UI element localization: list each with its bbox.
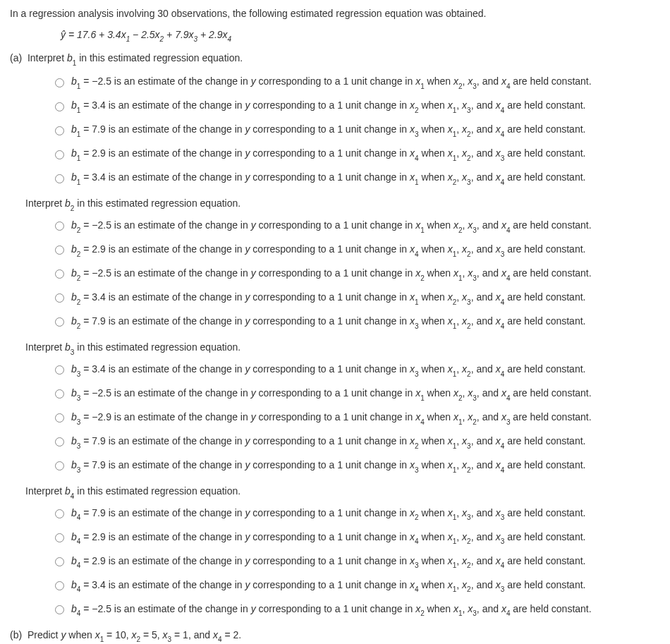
q1-option-1[interactable]: b1 = −2.5 is an estimate of the change i… [55,73,660,92]
radio-icon[interactable] [55,437,64,446]
option-text: b3 = 7.9 is an estimate of the change in… [71,435,585,450]
q3-option-1[interactable]: b3 = 3.4 is an estimate of the change in… [55,360,660,380]
option-text: b3 = −2.5 is an estimate of the change i… [71,387,592,402]
option-text: b1 = 2.9 is an estimate of the change in… [71,147,585,162]
part-a: (a) Interpret b1 in this estimated regre… [10,51,660,619]
radio-icon[interactable] [55,533,64,542]
part-b-label: (b) Predict y when x1 = 10, x2 = 5, x3 =… [10,628,660,644]
q3-option-3[interactable]: b3 = −2.9 is an estimate of the change i… [55,408,660,428]
option-text: b4 = 2.9 is an estimate of the change in… [71,530,585,546]
option-text: b2 = −2.5 is an estimate of the change i… [71,267,592,282]
q2-prompt: Interpret b2 in this estimated regressio… [25,197,660,212]
radio-icon[interactable] [55,581,64,590]
radio-icon[interactable] [55,126,64,135]
radio-icon[interactable] [55,557,64,566]
option-text: b1 = 3.4 is an estimate of the change in… [71,171,585,186]
radio-icon[interactable] [55,78,64,87]
radio-icon[interactable] [55,221,64,231]
option-text: b3 = −2.9 is an estimate of the change i… [71,411,592,426]
regression-equation: ŷ = 17.6 + 3.4x1 − 2.5x2 + 7.9x3 + 2.9x4 [61,28,660,44]
q2-option-4[interactable]: b2 = 3.4 is an estimate of the change in… [55,288,660,308]
option-text: b2 = −2.5 is an estimate of the change i… [71,219,592,234]
option-text: b4 = 3.4 is an estimate of the change in… [71,578,585,594]
radio-icon[interactable] [55,413,64,423]
radio-icon[interactable] [55,174,64,183]
q1-option-4[interactable]: b1 = 2.9 is an estimate of the change in… [55,145,660,164]
option-text: b3 = 7.9 is an estimate of the change in… [71,458,585,474]
q2-option-1[interactable]: b2 = −2.5 is an estimate of the change i… [55,217,660,236]
q2-option-3[interactable]: b2 = −2.5 is an estimate of the change i… [55,265,660,284]
q3-option-5[interactable]: b3 = 7.9 is an estimate of the change in… [55,456,660,476]
q4-option-4[interactable]: b4 = 3.4 is an estimate of the change in… [55,576,660,596]
option-text: b4 = 2.9 is an estimate of the change in… [71,554,585,570]
q3-option-4[interactable]: b3 = 7.9 is an estimate of the change in… [55,432,660,452]
q3-option-2[interactable]: b3 = −2.5 is an estimate of the change i… [55,384,660,404]
option-text: b1 = 3.4 is an estimate of the change in… [71,99,585,114]
radio-icon[interactable] [55,317,64,327]
radio-icon[interactable] [55,509,64,518]
radio-icon[interactable] [55,605,64,614]
option-text: b2 = 2.9 is an estimate of the change in… [71,243,585,258]
option-text: b1 = −2.5 is an estimate of the change i… [71,75,592,90]
q4-prompt: Interpret b4 in this estimated regressio… [25,485,660,500]
intro-text: In a regression analysis involving 30 ob… [10,7,660,21]
radio-icon[interactable] [55,245,64,255]
q1-block: b1 = −2.5 is an estimate of the change i… [35,73,660,188]
option-text: b1 = 7.9 is an estimate of the change in… [71,123,585,138]
radio-icon[interactable] [55,389,64,399]
option-text: b2 = 3.4 is an estimate of the change in… [71,291,585,306]
q1-option-3[interactable]: b1 = 7.9 is an estimate of the change in… [55,121,660,140]
radio-icon[interactable] [55,365,64,375]
option-text: b4 = 7.9 is an estimate of the change in… [71,506,585,522]
option-text: b4 = −2.5 is an estimate of the change i… [71,602,592,618]
q3-prompt: Interpret b3 in this estimated regressio… [25,341,660,356]
q2-option-2[interactable]: b2 = 2.9 is an estimate of the change in… [55,241,660,260]
q1-option-2[interactable]: b1 = 3.4 is an estimate of the change in… [55,97,660,116]
option-text: b2 = 7.9 is an estimate of the change in… [71,315,585,330]
radio-icon[interactable] [55,102,64,111]
q4-option-2[interactable]: b4 = 2.9 is an estimate of the change in… [55,528,660,548]
q4-option-1[interactable]: b4 = 7.9 is an estimate of the change in… [55,504,660,524]
q4-block: b4 = 7.9 is an estimate of the change in… [35,504,660,620]
part-a-label: (a) Interpret b1 in this estimated regre… [10,51,660,67]
q4-option-3[interactable]: b4 = 2.9 is an estimate of the change in… [55,552,660,572]
radio-icon[interactable] [55,269,64,279]
q3-block: b3 = 3.4 is an estimate of the change in… [35,360,660,476]
q2-option-5[interactable]: b2 = 7.9 is an estimate of the change in… [55,312,660,332]
option-text: b3 = 3.4 is an estimate of the change in… [71,363,585,378]
radio-icon[interactable] [55,461,64,470]
q4-option-5[interactable]: b4 = −2.5 is an estimate of the change i… [55,600,660,620]
radio-icon[interactable] [55,150,64,159]
radio-icon[interactable] [55,293,64,303]
q2-block: b2 = −2.5 is an estimate of the change i… [35,217,660,332]
part-b: (b) Predict y when x1 = 10, x2 = 5, x3 =… [10,628,660,644]
q1-option-5[interactable]: b1 = 3.4 is an estimate of the change in… [55,169,660,188]
